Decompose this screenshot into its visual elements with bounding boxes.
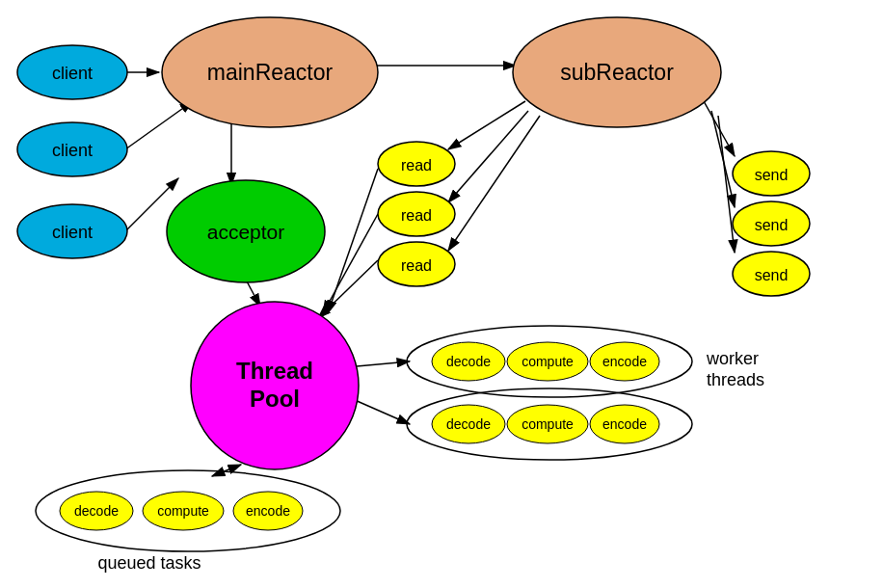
read1-label: read	[401, 157, 432, 174]
arrow-read2-threadpool	[323, 214, 378, 313]
worker-threads-label-line2: threads	[707, 370, 764, 389]
arrow-threadpool-worker2	[355, 400, 410, 424]
acceptor-label: acceptor	[207, 221, 285, 243]
compute-q-label: compute	[157, 503, 209, 519]
arrow-threadpool-worker1	[357, 361, 410, 366]
client3-label: client	[52, 223, 93, 242]
arrow-subreactor-read3	[448, 116, 540, 251]
compute-w1-label: compute	[522, 354, 574, 369]
send3-label: send	[755, 267, 789, 283]
encode-w2-label: encode	[602, 416, 647, 432]
client1-label: client	[52, 64, 93, 83]
encode-q-label: encode	[246, 503, 290, 519]
arrow-subreactor-read1	[448, 101, 525, 149]
threadpool-label-line1: Thread	[236, 358, 313, 384]
read3-label: read	[401, 257, 432, 274]
encode-w1-label: encode	[602, 354, 647, 369]
decode-w2-label: decode	[446, 416, 491, 432]
send1-label: send	[755, 167, 789, 183]
arrow-acceptor-threadpool	[246, 280, 260, 307]
client2-label: client	[52, 141, 93, 160]
diagram-canvas: decode compute encode decode compute enc…	[0, 0, 883, 588]
mainreactor-label: mainReactor	[207, 60, 334, 85]
arrow-client2-mainreactor	[125, 101, 193, 149]
decode-w1-label: decode	[446, 354, 491, 369]
read2-label: read	[401, 207, 432, 224]
subreactor-label: subReactor	[560, 60, 674, 85]
threadpool-label-line2: Pool	[250, 386, 300, 412]
queued-tasks-label: queued tasks	[97, 553, 201, 573]
send2-label: send	[755, 217, 789, 233]
worker-threads-label-line1: worker	[706, 349, 759, 368]
decode-q-label: decode	[74, 503, 119, 519]
arrow-subreactor-send3	[718, 116, 735, 253]
compute-w2-label: compute	[522, 416, 574, 432]
